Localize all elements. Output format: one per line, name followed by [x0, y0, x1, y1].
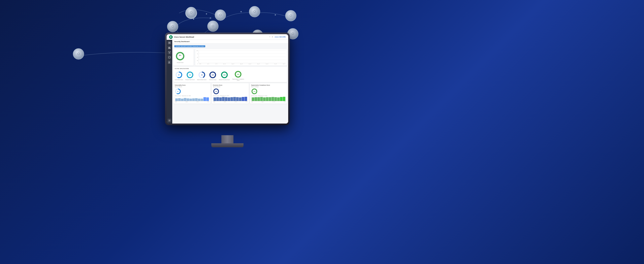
vuln-x-4: 06PM: [207, 102, 209, 102]
svg-point-23: [240, 11, 242, 12]
detail-card-segmentation: Segmentation Compliance Score Sep 13, 6:…: [250, 83, 287, 104]
svg-rect-34: [169, 47, 170, 49]
stand-neck: [222, 135, 234, 143]
svg-text:⬡: ⬡: [253, 10, 256, 13]
overall-score-value: A+: [179, 54, 181, 56]
svg-text:43: 43: [201, 74, 203, 76]
y-label-100: 100: [196, 50, 198, 51]
detail-card-forensics: Forensics Score Sep 13, 6:00 pm 100: [212, 83, 249, 104]
monitor-screen: Cisco Secure Workload ? ▼ cisco SECURE: [167, 34, 288, 124]
segmentation-hourly-label: Hourly scores · September 13, 2022: [251, 95, 286, 96]
network-background: ⬡ ⬡ ⬡ ⬡ ⬡ ⬡ ⬡ ⬡ ⬡ ⬡: [0, 0, 644, 264]
help-icon[interactable]: ?: [269, 36, 270, 38]
svg-text:100: 100: [212, 74, 214, 76]
breakdown-title: SCORE BREAKDOWN: [175, 68, 286, 69]
seg-x-2: 09AM: [262, 102, 264, 102]
segmentation-donut: 100: [234, 70, 242, 78]
svg-rect-33: [168, 47, 169, 49]
svg-point-36: [169, 52, 170, 53]
sidebar: [167, 40, 172, 124]
x-label-8: Aug 23: [257, 64, 260, 64]
forensics-card-date: Sep 13, 6:00 pm: [213, 86, 248, 87]
x-label-7: Aug 16: [249, 64, 251, 64]
overall-score-card: A+ Overall Score: [174, 49, 194, 66]
segmentation-label: Segmentation Compliance Score: [232, 78, 244, 81]
scope-bar[interactable]: SCOPE: SECURITY |SCORE | September 13, 2…: [174, 45, 205, 47]
svg-point-12: [208, 21, 218, 32]
processhash-label: Process Hash Score: [186, 79, 195, 80]
sidebar-network-icon[interactable]: [168, 51, 171, 54]
svg-point-2: [186, 7, 196, 18]
app-header: Cisco Secure Workload ? ▼ cisco SECURE: [167, 34, 288, 40]
svg-rect-35: [170, 48, 170, 49]
svg-text:⬡: ⬡: [290, 14, 292, 17]
score-section: A+ Overall Score 100: [174, 49, 287, 66]
svg-text:57: 57: [177, 91, 179, 92]
segmentation-card-donut: 100: [251, 88, 258, 94]
segmentation-card-date: Sep 13, 6:00 pm: [251, 86, 286, 87]
svg-text:⬡: ⬡: [219, 13, 222, 16]
seg-x-1: 1AM: [251, 102, 253, 102]
app-logo: [169, 35, 173, 39]
segmentation-card-title: Segmentation Compliance Score: [251, 84, 286, 86]
main-bars: [199, 50, 286, 63]
vuln-card-donut: 57: [175, 88, 181, 94]
forensics-card-title: Forensics Score: [213, 84, 248, 86]
attacksurface-donut: 43: [198, 71, 206, 79]
vuln-mini-chart: [175, 97, 209, 101]
cisco-brand: cisco SECURE: [275, 36, 286, 38]
svg-text:57: 57: [178, 74, 180, 76]
sidebar-menu-icon[interactable]: [168, 41, 171, 45]
svg-point-29: [171, 36, 171, 37]
header-right: ? ▼ cisco SECURE: [269, 36, 286, 38]
score-item-processhash: 100 Process Hash Score: [186, 71, 195, 80]
x-label-3: Jul 19: [215, 64, 217, 64]
monitor-bezel: Cisco Secure Workload ? ▼ cisco SECURE: [167, 34, 288, 124]
vuln-card-date: Sep 13, 6:00 pm: [175, 86, 209, 87]
y-label-75: 75: [196, 54, 198, 54]
sidebar-chart-icon[interactable]: [168, 46, 171, 50]
x-label-5: Aug 02: [232, 64, 234, 64]
vuln-x-2: 06AM: [186, 102, 188, 102]
x-label-9: Aug 29: [266, 64, 268, 64]
dashboard-body: A+ Overall Score 100: [172, 48, 288, 104]
monitor-stand: [211, 135, 244, 147]
vulnerability-donut: 57: [175, 71, 183, 79]
seg-x-4: 08PM: [284, 102, 286, 102]
svg-text:⬡: ⬡: [172, 25, 174, 28]
sidebar-users-icon[interactable]: [168, 60, 171, 64]
sidebar-settings-icon[interactable]: [168, 119, 171, 122]
monitor-body: Cisco Secure Workload ? ▼ cisco SECURE: [165, 32, 290, 125]
app-title: Cisco Secure Workload: [174, 36, 194, 38]
stand-base: [211, 143, 244, 147]
svg-text:100: 100: [253, 91, 256, 92]
svg-text:100: 100: [223, 74, 226, 76]
score-item-networkanomaly: 100 Network Anomaly Score: [219, 71, 230, 80]
app-layout: Security Dashboard SCOPE: SECURITY |SCOR…: [167, 40, 288, 124]
processhash-donut: 100: [186, 71, 194, 79]
svg-point-43: [169, 61, 170, 62]
svg-text:⬡: ⬡: [77, 52, 80, 55]
svg-rect-30: [168, 42, 170, 42]
forensics-donut: 100: [209, 71, 216, 79]
svg-point-45: [169, 120, 170, 121]
svg-text:⬡: ⬡: [190, 11, 192, 14]
detail-cards: Vulnerability Score Sep 13, 6:00 pm 57: [174, 83, 287, 104]
forensics-x-3: 12PM: [235, 102, 237, 102]
svg-point-0: [186, 8, 197, 19]
main-content: Security Dashboard SCOPE: SECURITY |SCOR…: [172, 40, 288, 124]
y-axis: 100 75 50 25 0: [196, 50, 199, 64]
svg-point-8: [285, 10, 296, 21]
x-label-10: Sep 05: [274, 64, 277, 64]
vuln-hourly-label: Hourly scores · September 13, 2022: [175, 95, 209, 96]
x-label-11: Sep 11: [283, 64, 285, 64]
networkanomaly-label: Network Anomaly Score: [219, 79, 230, 80]
y-label-25: 25: [196, 60, 198, 61]
vuln-card-title: Vulnerability Score: [175, 84, 209, 86]
forensics-label: Forensics Score: [209, 79, 216, 80]
forensics-card-donut: 100: [213, 88, 219, 94]
sidebar-shield-icon[interactable]: [168, 56, 171, 59]
user-icon[interactable]: ▼: [272, 36, 273, 38]
svg-point-10: [167, 21, 178, 32]
svg-rect-32: [168, 43, 170, 44]
